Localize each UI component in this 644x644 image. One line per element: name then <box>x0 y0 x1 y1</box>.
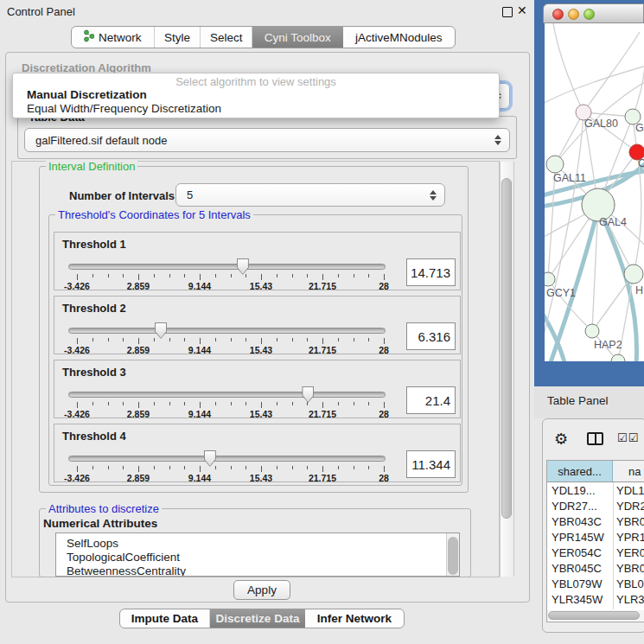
table-hscrollbar-thumb[interactable] <box>548 611 640 620</box>
algorithm-option-equal-width[interactable]: Equal Width/Frequency Discretization <box>16 102 496 115</box>
screenshot-root: Control Panel ✕ NetworkStyleSelectCyni T… <box>0 0 644 644</box>
tab-label: Network <box>99 31 142 44</box>
float-window-icon[interactable] <box>502 7 513 17</box>
table-row[interactable]: YER054CYER0 <box>547 545 644 560</box>
column-checkboxes-icon[interactable]: ☑☑ <box>617 431 639 444</box>
cell-shared-name: YPR145W <box>552 531 604 544</box>
slider-tick-label: 28 <box>379 473 389 483</box>
numerical-attributes-list[interactable]: SelfLoopsTopologicalCoefficientBetweenne… <box>55 532 460 577</box>
threshold-value-field[interactable]: 6.316 <box>406 322 456 350</box>
slider-track[interactable] <box>68 328 386 334</box>
slider-tick <box>354 402 354 405</box>
slider-thumb-face <box>238 259 248 274</box>
tab-jactivemnodules[interactable]: jActiveMNodules <box>343 27 455 48</box>
threshold-value-field[interactable]: 21.4 <box>406 386 456 414</box>
cell-shared-name: YBL079W <box>552 577 603 590</box>
tab-style[interactable]: Style <box>155 27 201 48</box>
column-header-name[interactable]: na <box>613 461 644 482</box>
network-edge[interactable] <box>553 23 583 112</box>
table-row[interactable]: YLR345WYLR3 <box>547 591 644 607</box>
network-node-h[interactable] <box>624 265 643 284</box>
table-row[interactable]: YBR043CYBR0 <box>547 513 644 529</box>
network-canvas[interactable]: GAL80GACGAL11GAL4HGCY1HAP2 <box>545 23 644 361</box>
slider-tick-label: -3.426 <box>64 345 90 355</box>
table-row[interactable]: YPR145WYPR1 <box>547 529 644 545</box>
number-of-intervals-combobox[interactable]: 5 <box>175 183 445 207</box>
slider-thumb[interactable] <box>302 386 314 403</box>
zoom-traffic-light-icon[interactable] <box>583 9 595 20</box>
slider-thumb[interactable] <box>204 450 216 467</box>
tab-cyni-toolbox[interactable]: Cyni Toolbox <box>252 27 343 48</box>
tab-infer-network[interactable]: Infer Network <box>305 609 404 628</box>
table-row[interactable]: YBL079WYBL0 <box>547 576 644 591</box>
network-node-gcy1[interactable] <box>545 272 555 286</box>
slider-tick <box>77 338 78 344</box>
tab-select[interactable]: Select <box>201 27 252 48</box>
threshold-value-field[interactable]: 14.713 <box>406 258 456 286</box>
threshold-row-1: Threshold 1-3.4262.8599.14415.4321.71528… <box>54 232 461 290</box>
numerical-attributes-label: Numerical Attributes <box>43 517 157 530</box>
thresholds-group-label: Threshold's Coordinates for 5 Intervals <box>55 208 253 221</box>
cell-shared-name: YLR345W <box>552 593 603 606</box>
threshold-value-field[interactable]: 11.344 <box>406 450 456 478</box>
network-edge[interactable] <box>592 274 634 331</box>
slider-tick <box>277 338 277 341</box>
table-row[interactable]: YIL052CYIL0 <box>547 607 644 609</box>
slider-tick-label: 28 <box>379 281 389 291</box>
cell-name: YDR2 <box>616 500 644 513</box>
tab-impute-data[interactable]: Impute Data <box>120 609 210 628</box>
network-edge[interactable] <box>633 45 644 117</box>
algorithm-option-manual[interactable]: Manual Discretization <box>16 88 496 101</box>
slider-tick <box>154 466 155 469</box>
slider-tick-label: -3.426 <box>64 281 90 291</box>
table-row[interactable]: YBR045CYBR0 <box>547 560 644 576</box>
table-data-combobox[interactable]: galFiltered.sif default node <box>24 128 510 152</box>
table-row[interactable]: YDL19...YDL1 <box>547 482 644 498</box>
slider-thumb-face <box>303 387 313 402</box>
slider-thumb[interactable] <box>155 322 167 339</box>
cyni-bottom-tabbar: Impute DataDiscretize DataInfer Network <box>119 609 405 628</box>
network-edge[interactable] <box>583 32 640 112</box>
tab-discretize-data[interactable]: Discretize Data <box>210 609 305 628</box>
attribute-list-item[interactable]: TopologicalCoefficient <box>67 551 180 564</box>
slider-track[interactable] <box>68 456 386 462</box>
table-panel-title: Table Panel <box>547 394 609 407</box>
column-header-shared-name[interactable]: shared... <box>547 461 613 482</box>
slider-track[interactable] <box>68 264 386 270</box>
split-columns-icon[interactable] <box>587 432 603 445</box>
slider-thumb[interactable] <box>237 258 249 275</box>
network-node-label: GAL11 <box>553 172 586 184</box>
network-window-titlebar[interactable] <box>543 3 644 23</box>
slider-tick <box>245 338 246 341</box>
minimize-traffic-light-icon[interactable] <box>568 9 579 20</box>
gear-icon[interactable]: ⚙ <box>554 430 568 449</box>
network-node-gal11[interactable] <box>546 156 564 173</box>
settings-scrollbar-thumb[interactable] <box>501 178 512 519</box>
threshold-label: Threshold 1 <box>62 238 126 251</box>
slider-tick-label: 2.859 <box>127 281 150 291</box>
close-traffic-light-icon[interactable] <box>552 9 564 20</box>
slider-tick <box>261 338 262 344</box>
slider-tick <box>231 338 232 341</box>
slider-thumb-face <box>205 451 215 466</box>
slider-tick <box>307 274 308 277</box>
attributes-scrollbar-thumb[interactable] <box>448 537 458 575</box>
cell-name: YIL0 <box>616 609 640 609</box>
network-edge[interactable] <box>545 65 644 105</box>
slider-tick-label: 2.859 <box>127 409 150 419</box>
apply-button[interactable]: Apply <box>233 580 290 600</box>
tab-network[interactable]: Network <box>72 27 155 48</box>
slider-tick <box>184 466 185 469</box>
slider-tick <box>277 274 277 277</box>
attribute-list-item[interactable]: BetweennessCentrality <box>67 564 186 577</box>
cell-name: YBR0 <box>616 515 644 528</box>
slider-track[interactable] <box>68 392 386 398</box>
slider-tick <box>322 274 323 280</box>
network-node-hap2[interactable] <box>585 324 599 338</box>
slider-tick <box>169 402 170 405</box>
slider-tick <box>292 274 293 277</box>
attribute-list-item[interactable]: SelfLoops <box>67 537 118 551</box>
slider-tick <box>92 274 93 277</box>
table-row[interactable]: YDR27...YDR2 <box>547 498 644 513</box>
close-icon[interactable]: ✕ <box>517 3 527 17</box>
